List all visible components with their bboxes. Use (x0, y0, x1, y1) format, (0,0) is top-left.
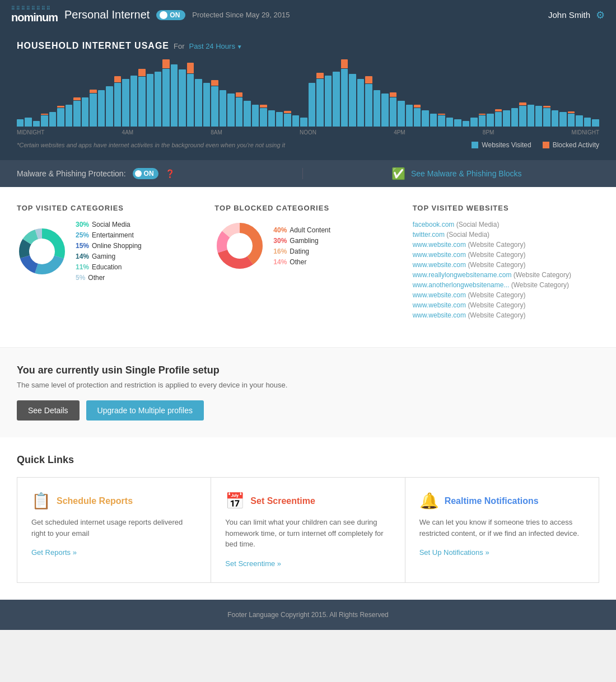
bar-group (25, 59, 31, 127)
website-link[interactable]: www.anotherlongwebsitename... (413, 281, 510, 289)
website-link[interactable]: twitter.com (413, 231, 445, 239)
blocked-donut-chart (214, 221, 265, 271)
notif-header: 🔔 Realtime Notifications (419, 492, 585, 510)
blocked-bar (57, 106, 64, 108)
visited-bar (227, 94, 234, 127)
visited-bar (300, 118, 307, 127)
website-link[interactable]: www.website.com (413, 301, 466, 309)
bar-group (463, 59, 469, 127)
visited-legend: 30% Social Media 25% Entertainment 15% O… (76, 221, 142, 282)
visited-bar (446, 118, 453, 127)
footer-text: Footer Language Copyright 2015. All Righ… (227, 611, 389, 619)
bar-group (341, 59, 348, 127)
malware-link[interactable]: See Malware & Phishing Blocks (411, 169, 522, 178)
visited-bar (349, 74, 356, 127)
chart-period-dropdown[interactable]: Past 24 Hours (189, 42, 242, 50)
profile-section: You are currently usin Single Profile se… (0, 347, 616, 437)
malware-toggle[interactable]: ON (133, 168, 158, 179)
pct-education: 11% (76, 263, 89, 271)
visited-bar (252, 105, 259, 127)
label-social: Social Media (92, 221, 130, 228)
blocked-bar (41, 114, 48, 115)
profile-btn-row: See Details Upgrade to Multiple profiles (17, 400, 599, 421)
legend-blocked: Blocked Activity (543, 141, 599, 149)
website-link[interactable]: www.website.com (413, 251, 466, 259)
blocked-bar (90, 90, 96, 94)
question-icon[interactable]: ❓ (165, 169, 175, 178)
visited-bar (82, 97, 88, 127)
visited-bar (414, 108, 421, 127)
bar-group (511, 59, 518, 127)
blocked-bar (543, 106, 550, 108)
screentime-icon: 📅 (225, 492, 245, 510)
header-title: Personal Internet (64, 8, 150, 21)
website-link[interactable]: www.website.com (413, 261, 466, 269)
bar-group (446, 59, 453, 127)
website-link[interactable]: www.website.com (413, 241, 466, 249)
see-details-button[interactable]: See Details (17, 400, 80, 421)
website-cat: (Website Category) (468, 291, 525, 299)
bar-group (179, 59, 185, 127)
blocked-bar (316, 73, 323, 78)
label-noon: NOON (300, 129, 316, 136)
chart-for-label: For (174, 42, 185, 50)
website-item: www.website.com (Website Category) (413, 311, 599, 319)
visited-bar (268, 110, 275, 127)
visited-bar (309, 83, 315, 127)
toggle-on-badge[interactable]: ON (156, 10, 185, 20)
bar-group (300, 59, 307, 127)
website-cat: (Website Category) (468, 241, 525, 249)
bar-group (122, 59, 129, 127)
upgrade-profiles-button[interactable]: Upgrade to Multiple profiles (86, 400, 204, 421)
bar-group (576, 59, 582, 127)
footer: Footer Language Copyright 2015. All Righ… (0, 600, 616, 630)
get-reports-link[interactable]: Get Reports » (31, 548, 77, 557)
website-link[interactable]: www.website.com (413, 291, 466, 299)
visited-bar (576, 115, 582, 127)
visited-bar (98, 90, 105, 127)
reports-header: 📋 Schedule Reports (31, 492, 197, 510)
visited-bar (487, 114, 493, 127)
screentime-header: 📅 Set Screentime (225, 492, 390, 510)
bar-group (584, 59, 591, 127)
bar-group (236, 59, 242, 127)
bar-group (528, 59, 534, 127)
stats-row: TOP VISITED CATEGORIES (17, 204, 599, 319)
website-item: www.website.com (Website Category) (413, 291, 599, 299)
legend-row: 30% Social Media (76, 221, 142, 228)
website-link[interactable]: facebook.com (413, 221, 455, 228)
visited-bar (122, 79, 129, 127)
logo-dots: ⠿⠿⠿⠿⠿⠿⠿⠿ (11, 6, 52, 11)
bar-group (252, 59, 259, 127)
visited-bar (406, 105, 413, 127)
label-4pm: 4PM (394, 129, 405, 136)
header-left: ⠿⠿⠿⠿⠿⠿⠿⠿ nominum Personal Internet ON Pr… (11, 6, 290, 24)
visited-bar (479, 115, 486, 127)
gear-icon[interactable]: ⚙ (596, 9, 605, 21)
bar-group (276, 59, 283, 127)
chart-section: HOUSEHOLD INTERNET USAGE For Past 24 Hou… (0, 30, 616, 160)
visited-bar (325, 76, 332, 127)
website-cat: (Website Category) (468, 301, 525, 309)
blocked-bar (162, 59, 169, 68)
website-link[interactable]: www.website.com (413, 311, 466, 319)
set-notifications-link[interactable]: Set Up Notifications » (419, 548, 489, 557)
blocked-bar (236, 92, 242, 97)
visited-bar (463, 121, 469, 127)
blocked-bar (414, 105, 421, 108)
blocked-bar (260, 105, 267, 108)
bar-group (90, 59, 96, 127)
website-cat: (Website Category) (511, 281, 569, 289)
website-item: www.website.com (Website Category) (413, 261, 599, 269)
label-other-blocked: Other (290, 258, 306, 266)
website-item: twitter.com (Social Media) (413, 231, 599, 239)
label-midnight1: MIDNIGHT (17, 129, 44, 136)
set-screentime-link[interactable]: Set Screentime » (225, 559, 281, 568)
visited-bar (276, 112, 283, 127)
bar-group (398, 59, 404, 127)
website-item: www.reallylongwebsitename.com (Website C… (413, 271, 599, 279)
pct-other-blocked: 14% (273, 258, 287, 266)
screentime-desc: You can limit what your children can see… (225, 517, 390, 550)
bar-group (130, 59, 137, 127)
website-link[interactable]: www.reallylongwebsitename.com (413, 271, 512, 279)
